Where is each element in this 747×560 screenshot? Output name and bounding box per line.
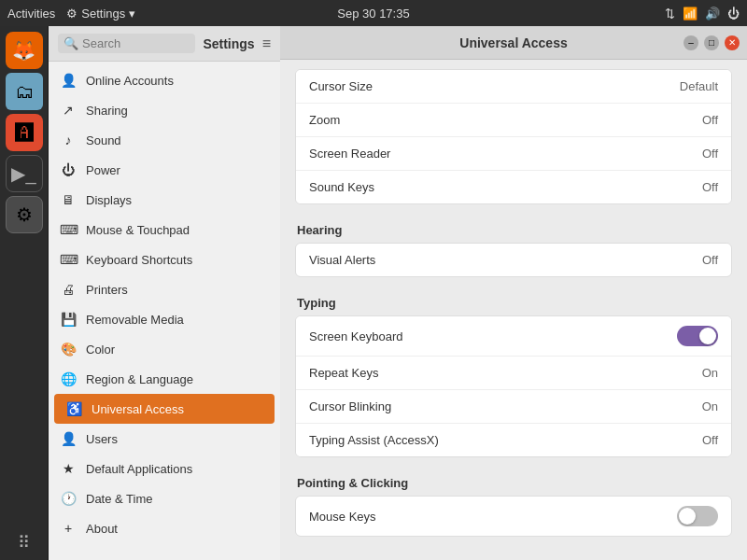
color-icon: 🎨	[60, 342, 77, 357]
sidebar-item-displays[interactable]: 🖥 Displays	[49, 185, 280, 215]
content-area: Universal Access – □ ✕ Cursor SizeDefaul…	[280, 26, 747, 560]
settings-row-repeat-keys[interactable]: Repeat KeysOn	[296, 357, 731, 390]
toggle-mouse-keys[interactable]	[677, 506, 718, 526]
hamburger-menu-icon[interactable]: ≡	[262, 35, 271, 52]
dock-terminal[interactable]: ▶_	[6, 155, 43, 192]
network-icon: ⇅	[665, 7, 675, 21]
sidebar-title: Settings	[203, 36, 254, 51]
universal-access-icon: ♿	[65, 401, 82, 416]
sidebar-item-printers[interactable]: 🖨 Printers	[49, 274, 280, 304]
row-group-seeing-extra: Cursor SizeDefaultZoomOffScreen ReaderOf…	[295, 69, 732, 204]
dock-firefox[interactable]: 🦊	[6, 32, 43, 69]
sharing-icon: ↗	[60, 103, 77, 118]
settings-row-mouse-keys[interactable]: Mouse Keys	[296, 497, 731, 536]
search-box[interactable]: 🔍	[58, 34, 195, 53]
sidebar-item-region-language[interactable]: 🌐 Region & Language	[49, 364, 280, 394]
row-value-zoom: Off	[702, 113, 718, 127]
region-language-icon: 🌐	[60, 371, 77, 386]
mouse-touchpad-icon: ⌨	[60, 222, 77, 237]
toggle-knob-screen-keyboard	[699, 328, 716, 344]
settings-row-sound-keys[interactable]: Sound KeysOff	[296, 171, 731, 203]
settings-row-screen-keyboard[interactable]: Screen Keyboard	[296, 316, 731, 357]
sidebar-item-power[interactable]: ⏻ Power	[49, 155, 280, 185]
row-label-screen-reader: Screen Reader	[309, 147, 390, 161]
sidebar-item-universal-access[interactable]: ♿ Universal Access	[54, 394, 275, 424]
sidebar-item-sharing[interactable]: ↗ Sharing	[49, 95, 280, 125]
sidebar-label-region-language: Region & Language	[86, 372, 193, 386]
settings-row-typing-assist[interactable]: Typing Assist (AccessX)Off	[296, 424, 731, 456]
row-group-hearing-section: Visual AlertsOff	[295, 243, 732, 277]
settings-row-visual-alerts[interactable]: Visual AlertsOff	[296, 244, 731, 276]
section-heading-hearing-section: Hearing	[295, 216, 732, 243]
toggle-screen-keyboard[interactable]	[677, 326, 718, 346]
settings-row-screen-reader[interactable]: Screen ReaderOff	[296, 137, 731, 171]
sidebar-item-color[interactable]: 🎨 Color	[49, 334, 280, 364]
section-heading-pointing-section: Pointing & Clicking	[295, 469, 732, 496]
minimize-button[interactable]: –	[684, 35, 698, 50]
top-bar: Activities ⚙ Settings ▾ Sep 30 17:35 ⇅ 📶…	[0, 0, 747, 26]
sidebar-label-sound: Sound	[86, 133, 121, 147]
row-value-typing-assist: Off	[702, 433, 718, 447]
window-title: Universal Access	[459, 35, 567, 50]
sidebar-item-sound[interactable]: ♪ Sound	[49, 125, 280, 155]
row-group-typing-section: Screen KeyboardRepeat KeysOnCursor Blink…	[295, 315, 732, 457]
dock-files[interactable]: 🗂	[6, 73, 43, 110]
sidebar-label-color: Color	[86, 343, 115, 357]
sidebar-header: 🔍 Settings ≡	[49, 26, 280, 62]
sidebar-item-mouse-touchpad[interactable]: ⌨ Mouse & Touchpad	[49, 215, 280, 245]
removable-media-icon: 💾	[60, 312, 77, 327]
power-icon: ⏻	[60, 162, 77, 177]
sidebar-item-default-applications[interactable]: ★ Default Applications	[49, 454, 280, 483]
row-value-cursor-blinking: On	[702, 399, 718, 413]
datetime-label: Sep 30 17:35	[337, 7, 409, 21]
row-label-visual-alerts: Visual Alerts	[309, 253, 375, 267]
settings-row-cursor-blinking[interactable]: Cursor BlinkingOn	[296, 390, 731, 424]
about-icon: +	[60, 521, 77, 536]
window-controls: – □ ✕	[684, 35, 740, 50]
row-value-screen-reader: Off	[702, 147, 718, 161]
dock-grid-button[interactable]: ⠿	[18, 532, 30, 553]
sidebar-label-printers: Printers	[86, 283, 128, 297]
dock: 🦊 🗂 🅰 ▶_ ⚙ ⠿	[0, 26, 49, 560]
row-value-cursor-size: Default	[680, 79, 718, 93]
row-label-zoom: Zoom	[309, 113, 340, 127]
sidebar-label-users: Users	[86, 432, 118, 446]
sidebar-label-power: Power	[86, 163, 120, 177]
row-label-repeat-keys: Repeat Keys	[309, 366, 378, 380]
sidebar-label-about: About	[86, 522, 118, 536]
sidebar-item-date-time[interactable]: 🕐 Date & Time	[49, 483, 280, 513]
content-scroll[interactable]: Cursor SizeDefaultZoomOffScreen ReaderOf…	[280, 60, 747, 560]
users-icon: 👤	[60, 431, 77, 446]
activities-button[interactable]: Activities	[7, 7, 55, 21]
dock-appstore[interactable]: 🅰	[6, 114, 43, 151]
displays-icon: 🖥	[60, 192, 77, 207]
sidebar-item-users[interactable]: 👤 Users	[49, 424, 280, 454]
sidebar-item-keyboard-shortcuts[interactable]: ⌨ Keyboard Shortcuts	[49, 245, 280, 274]
search-input[interactable]	[82, 36, 190, 50]
row-label-cursor-blinking: Cursor Blinking	[309, 399, 391, 413]
row-label-typing-assist: Typing Assist (AccessX)	[309, 433, 439, 447]
default-applications-icon: ★	[60, 461, 77, 476]
system-tray: ⇅ 📶 🔊 ⏻	[665, 7, 740, 21]
settings-row-zoom[interactable]: ZoomOff	[296, 104, 731, 137]
sidebar-label-sharing: Sharing	[86, 104, 128, 118]
maximize-button[interactable]: □	[704, 35, 719, 50]
gear-icon: ⚙	[66, 7, 78, 21]
row-label-screen-keyboard: Screen Keyboard	[309, 329, 402, 343]
sidebar-item-removable-media[interactable]: 💾 Removable Media	[49, 304, 280, 334]
sidebar-item-online-accounts[interactable]: 👤 Online Accounts	[49, 65, 280, 95]
toggle-knob-mouse-keys	[679, 508, 696, 525]
sidebar-item-about[interactable]: + About	[49, 513, 280, 543]
sidebar-label-displays: Displays	[86, 193, 132, 207]
app-name-label: Settings	[81, 7, 125, 21]
printers-icon: 🖨	[60, 282, 77, 297]
sidebar-label-mouse-touchpad: Mouse & Touchpad	[86, 223, 190, 237]
date-time-icon: 🕐	[60, 491, 77, 506]
volume-icon: 🔊	[705, 7, 720, 21]
close-button[interactable]: ✕	[725, 35, 740, 50]
dock-settings[interactable]: ⚙	[6, 196, 43, 233]
settings-sidebar: 🔍 Settings ≡ 👤 Online Accounts ↗ Sharing…	[49, 26, 280, 560]
settings-row-cursor-size[interactable]: Cursor SizeDefault	[296, 70, 731, 104]
power-menu-icon: ⏻	[727, 7, 740, 21]
sound-icon: ♪	[60, 133, 77, 147]
